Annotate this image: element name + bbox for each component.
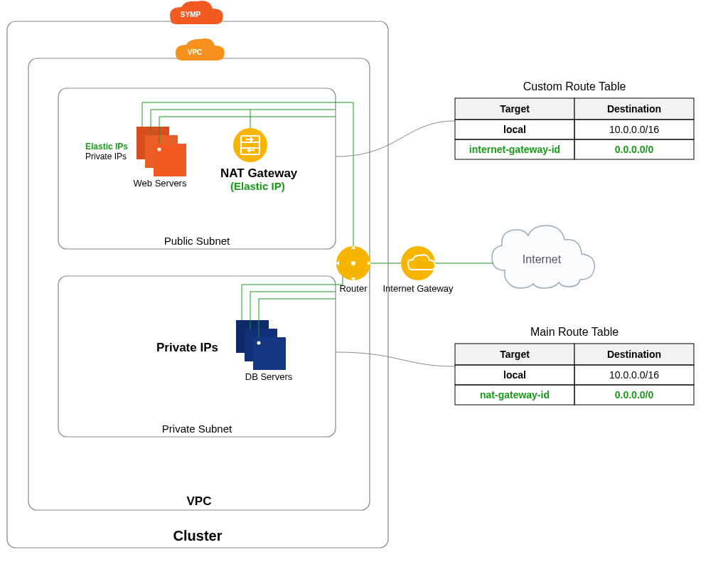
svg-text:10.0.0.0/16: 10.0.0.0/16: [609, 124, 659, 135]
svg-text:local: local: [503, 124, 526, 135]
svg-text:10.0.0.0/16: 10.0.0.0/16: [609, 369, 659, 381]
vpc-label: VPC: [187, 494, 212, 508]
private-subnet-box: [58, 276, 336, 437]
svg-text:local: local: [503, 369, 526, 381]
svg-point-16: [401, 246, 435, 280]
svg-text:internet-gateway-id: internet-gateway-id: [469, 144, 560, 155]
web-servers-icon: [136, 127, 186, 176]
router-label: Router: [339, 283, 368, 294]
svg-text:Target: Target: [500, 103, 530, 115]
svg-point-15: [351, 261, 355, 265]
svg-text:Internet: Internet: [523, 253, 562, 265]
nat-gateway-icon: [233, 128, 267, 162]
symp-badge: SYMP: [170, 1, 223, 24]
curve-to-main-table: [336, 352, 455, 366]
svg-text:Destination: Destination: [607, 349, 661, 360]
svg-point-6: [233, 128, 267, 162]
svg-text:Main Route Table: Main Route Table: [530, 326, 619, 338]
public-subnet-label: Public Subnet: [164, 235, 230, 247]
svg-text:Destination: Destination: [607, 103, 661, 115]
web-servers-label: Web Servers: [134, 178, 187, 189]
igw-label: Internet Gateway: [383, 283, 454, 294]
db-servers-label: DB Servers: [245, 371, 293, 382]
svg-text:SYMP: SYMP: [181, 11, 201, 18]
svg-text:0.0.0.0/0: 0.0.0.0/0: [615, 389, 654, 401]
db-servers-icon: [236, 320, 286, 370]
custom-route-table: Custom Route Table Target Destination lo…: [455, 80, 694, 159]
nat-gateway-label: NAT Gateway: [220, 166, 298, 180]
nat-gateway-eip: (Elastic IP): [230, 180, 285, 192]
router-icon: [336, 245, 371, 281]
svg-point-5: [158, 148, 161, 152]
diagram-root: Cluster SYMP VPC VPC Public Subnet Priva…: [0, 0, 728, 567]
main-route-table: Main Route Table Target Destination loca…: [455, 326, 694, 405]
private-ips-label-top: Private IPs: [85, 152, 127, 161]
elastic-ips-label: Elastic IPs: [85, 142, 128, 152]
svg-text:Custom Route Table: Custom Route Table: [523, 80, 626, 92]
svg-text:0.0.0.0/0: 0.0.0.0/0: [615, 144, 654, 155]
svg-text:Target: Target: [500, 349, 530, 360]
cluster-label: Cluster: [173, 528, 223, 544]
private-ips-bold: Private IPs: [156, 341, 218, 354]
svg-text:VPC: VPC: [188, 48, 203, 56]
internet-cloud: Internet: [492, 226, 594, 288]
private-subnet-label: Private Subnet: [162, 423, 232, 435]
svg-point-13: [257, 341, 261, 345]
vpc-badge: VPC: [176, 38, 225, 60]
igw-icon: [401, 246, 435, 280]
svg-text:nat-gateway-id: nat-gateway-id: [480, 389, 550, 401]
